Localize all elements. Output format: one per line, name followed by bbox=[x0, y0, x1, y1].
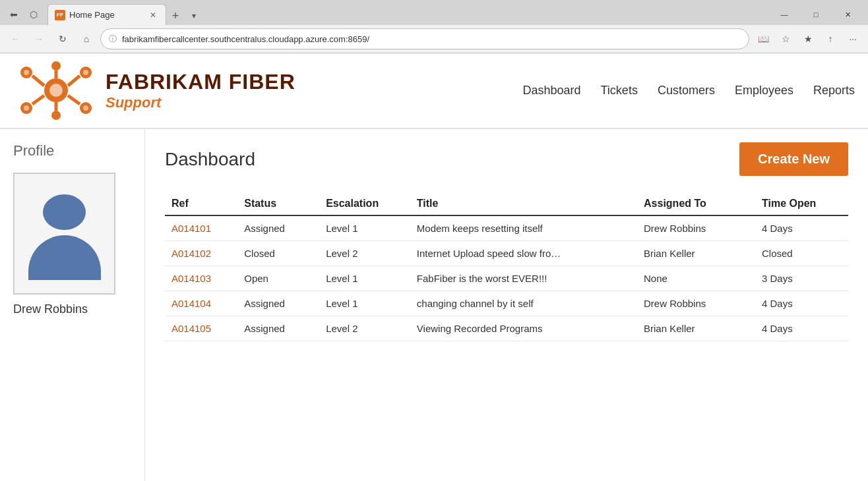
user-name: Drew Robbins bbox=[13, 302, 131, 316]
svg-point-6 bbox=[51, 61, 61, 71]
table-row: A014101 Assigned Level 1 Modem keeps res… bbox=[165, 215, 848, 241]
table-row: A014103 Open Level 1 FabFiber is the wor… bbox=[165, 266, 848, 291]
brand-name: FABRIKAM FIBER bbox=[106, 70, 295, 94]
svg-point-7 bbox=[51, 111, 61, 120]
ticket-escalation: Level 2 bbox=[319, 316, 410, 341]
svg-line-11 bbox=[68, 76, 80, 86]
table-body: A014101 Assigned Level 1 Modem keeps res… bbox=[165, 215, 848, 341]
forward-browser-btn[interactable]: ⬡ bbox=[25, 6, 42, 23]
col-status: Status bbox=[237, 192, 319, 215]
svg-point-14 bbox=[24, 70, 29, 75]
ticket-ref-link[interactable]: A014101 bbox=[171, 223, 211, 234]
refresh-nav-btn[interactable]: ↻ bbox=[53, 29, 73, 49]
page-content: FABRIKAM FIBER Support Dashboard Tickets… bbox=[0, 53, 868, 481]
nav-item-customers[interactable]: Customers bbox=[658, 84, 715, 98]
tickets-table: Ref Status Escalation Title Assigned To … bbox=[165, 192, 848, 341]
favorites-btn[interactable]: ☆ bbox=[776, 29, 795, 49]
ticket-time-open: 4 Days bbox=[755, 215, 848, 241]
nav-item-dashboard[interactable]: Dashboard bbox=[522, 84, 580, 98]
ticket-assigned: None bbox=[637, 266, 755, 291]
title-bar: ⬅ ⬡ FF Home Page ✕ + ▾ — □ ✕ bbox=[0, 0, 868, 25]
ticket-title: changing channel by it self bbox=[410, 291, 637, 316]
active-tab[interactable]: FF Home Page ✕ bbox=[47, 4, 166, 25]
reader-view-btn[interactable]: 📖 bbox=[753, 29, 773, 49]
home-nav-btn[interactable]: ⌂ bbox=[77, 29, 96, 49]
ticket-assigned: Drew Robbins bbox=[637, 215, 755, 241]
ticket-time-open: 4 Days bbox=[755, 291, 848, 316]
create-new-button[interactable]: Create New bbox=[739, 142, 848, 176]
col-ref: Ref bbox=[165, 192, 237, 215]
browser-chrome: ⬅ ⬡ FF Home Page ✕ + ▾ — □ ✕ ← → ↻ ⌂ ⓘ bbox=[0, 0, 868, 53]
ticket-status: Assigned bbox=[237, 215, 319, 241]
brand-text: FABRIKAM FIBER Support bbox=[106, 70, 295, 111]
ticket-escalation: Level 1 bbox=[319, 266, 410, 291]
back-nav-btn[interactable]: ← bbox=[5, 29, 25, 49]
ticket-escalation: Level 2 bbox=[319, 241, 410, 266]
nav-item-tickets[interactable]: Tickets bbox=[601, 84, 638, 98]
new-tab-btn[interactable]: + bbox=[166, 7, 185, 25]
table-row: A014104 Assigned Level 1 changing channe… bbox=[165, 291, 848, 316]
ticket-title: Viewing Recorded Programs bbox=[410, 316, 637, 341]
svg-point-1 bbox=[49, 84, 63, 97]
col-assigned-to: Assigned To bbox=[637, 192, 755, 215]
app-container: FABRIKAM FIBER Support Dashboard Tickets… bbox=[0, 53, 868, 481]
col-time-open: Time Open bbox=[755, 192, 848, 215]
svg-line-12 bbox=[32, 96, 44, 104]
dashboard-header: Dashboard Create New bbox=[165, 142, 848, 176]
lock-icon: ⓘ bbox=[109, 34, 117, 45]
maximize-btn[interactable]: □ bbox=[801, 4, 831, 25]
app-header: FABRIKAM FIBER Support Dashboard Tickets… bbox=[0, 53, 868, 129]
ticket-status: Assigned bbox=[237, 291, 319, 316]
ticket-time-open: 3 Days bbox=[755, 266, 848, 291]
ticket-title: Modem keeps resetting itself bbox=[410, 215, 637, 241]
ticket-title: Internet Upload speed slow fro… bbox=[410, 241, 637, 266]
ticket-title: FabFiber is the worst EVER!!! bbox=[410, 266, 637, 291]
ticket-status: Open bbox=[237, 266, 319, 291]
nav-item-reports[interactable]: Reports bbox=[813, 84, 855, 98]
ticket-ref-link[interactable]: A014102 bbox=[171, 248, 211, 259]
back-browser-btn[interactable]: ⬅ bbox=[5, 6, 22, 23]
table-row: A014105 Assigned Level 2 Viewing Recorde… bbox=[165, 316, 848, 341]
more-options-btn[interactable]: ··· bbox=[843, 29, 863, 49]
address-bar-row: ← → ↻ ⌂ ⓘ fabrikamfibercallcenter.southc… bbox=[0, 25, 868, 53]
sidebar: Profile Drew Robbins bbox=[0, 129, 145, 481]
forward-nav-btn[interactable]: → bbox=[29, 29, 49, 49]
close-window-btn[interactable]: ✕ bbox=[832, 4, 863, 25]
svg-point-17 bbox=[83, 105, 88, 111]
ticket-time-open: Closed bbox=[755, 241, 848, 266]
tab-close-btn[interactable]: ✕ bbox=[147, 9, 159, 21]
fav-add-btn[interactable]: ★ bbox=[798, 29, 818, 49]
table-row: A014102 Closed Level 2 Internet Upload s… bbox=[165, 241, 848, 266]
ticket-assigned: Brian Keller bbox=[637, 241, 755, 266]
share-btn[interactable]: ↑ bbox=[821, 29, 840, 49]
sidebar-title: Profile bbox=[13, 142, 131, 159]
main-content: Profile Drew Robbins Dashboard Create Ne… bbox=[0, 129, 868, 481]
col-title: Title bbox=[410, 192, 637, 215]
ticket-assigned: Brian Keller bbox=[637, 316, 755, 341]
logo-icon bbox=[13, 59, 99, 122]
ticket-assigned: Drew Robbins bbox=[637, 291, 755, 316]
avatar-container bbox=[13, 173, 115, 295]
browser-controls-left: ⬅ ⬡ bbox=[5, 6, 42, 23]
svg-point-16 bbox=[24, 105, 29, 111]
ticket-ref-link[interactable]: A014104 bbox=[171, 298, 211, 309]
logo-area: FABRIKAM FIBER Support bbox=[13, 59, 295, 122]
nav-item-employees[interactable]: Employees bbox=[735, 84, 793, 98]
url-text: fabrikamfibercallcenter.southcentralus.c… bbox=[122, 34, 741, 44]
ticket-ref-link[interactable]: A014103 bbox=[171, 273, 211, 284]
col-escalation: Escalation bbox=[319, 192, 410, 215]
avatar bbox=[28, 188, 101, 280]
address-bar[interactable]: ⓘ fabrikamfibercallcenter.southcentralus… bbox=[100, 28, 749, 49]
ticket-status: Closed bbox=[237, 241, 319, 266]
tab-list-btn[interactable]: ▾ bbox=[185, 7, 203, 25]
ticket-time-open: 4 Days bbox=[755, 316, 848, 341]
dashboard-area: Dashboard Create New Ref Status Escalati… bbox=[145, 129, 868, 481]
minimize-btn[interactable]: — bbox=[769, 4, 799, 25]
svg-point-15 bbox=[83, 70, 88, 75]
window-controls: — □ ✕ bbox=[769, 4, 863, 25]
ticket-escalation: Level 1 bbox=[319, 291, 410, 316]
ticket-ref-link[interactable]: A014105 bbox=[171, 323, 211, 334]
nav-menu: Dashboard Tickets Customers Employees Re… bbox=[522, 84, 855, 98]
dashboard-title: Dashboard bbox=[165, 149, 255, 170]
tab-bar: FF Home Page ✕ + ▾ bbox=[47, 4, 764, 25]
